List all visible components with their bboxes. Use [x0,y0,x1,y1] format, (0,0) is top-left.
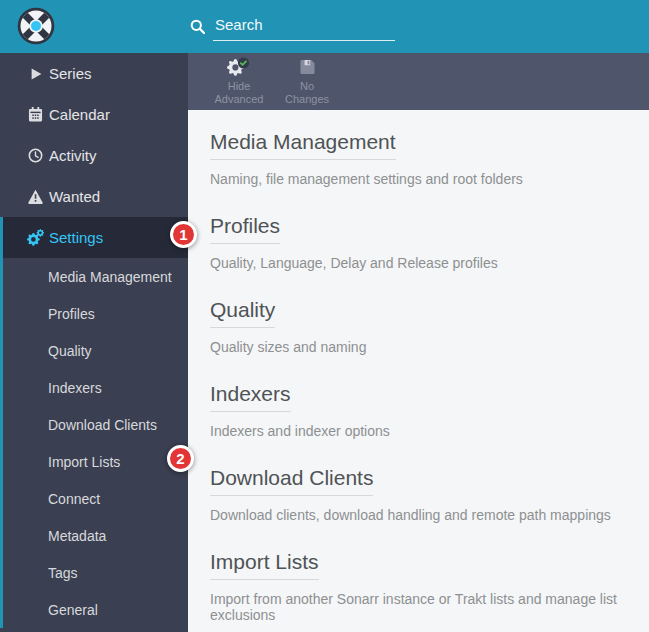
warning-icon [27,188,44,205]
sidebar-subitem-profiles[interactable]: Profiles [3,295,188,332]
section-description: Quality, Language, Delay and Release pro… [210,255,649,271]
annotation-badge-2: 2 [167,445,194,472]
main-area: Hide Advanced No Changes Media Managemen… [188,53,649,632]
toolbar-label-line: Hide [228,80,251,93]
sidebar-item-label: Activity [49,147,97,164]
section-description: Download clients, download handling and … [210,507,649,523]
sidebar-subitem-general[interactable]: General [3,591,188,628]
section-link-quality[interactable]: Quality [210,298,275,328]
search-input[interactable] [213,14,395,41]
no-changes-button[interactable]: No Changes [280,57,334,106]
section-link-indexers[interactable]: Indexers [210,382,291,412]
search-icon [190,19,206,39]
sidebar-item-calendar[interactable]: Calendar [0,94,188,135]
sidebar-item-label: Settings [49,229,103,246]
sidebar-subitem-quality[interactable]: Quality [3,332,188,369]
play-icon [27,65,44,82]
sidebar-item-series[interactable]: Series [0,53,188,94]
sidebar-subitem-metadata[interactable]: Metadata [3,517,188,554]
settings-section-profiles: Profiles Quality, Language, Delay and Re… [210,214,649,271]
settings-toolbar: Hide Advanced No Changes [188,53,649,110]
sidebar-subitem-import-lists[interactable]: Import Lists [3,443,188,480]
advanced-check-icon [227,57,251,77]
toolbar-label-line: No [300,80,314,93]
gears-icon [27,229,44,246]
sidebar-item-label: Series [49,65,92,82]
section-link-profiles[interactable]: Profiles [210,214,280,244]
sidebar-subitem-media-management[interactable]: Media Management [3,258,188,295]
settings-section-download-clients: Download Clients Download clients, downl… [210,466,649,523]
settings-submenu: Media Management Profiles Quality Indexe… [0,258,188,628]
calendar-icon [27,106,44,123]
sonarr-logo[interactable] [17,7,55,45]
sidebar-item-settings[interactable]: Settings [0,217,188,258]
sidebar: Series Calendar Activi [0,53,188,632]
section-link-import-lists[interactable]: Import Lists [210,550,319,580]
settings-section-quality: Quality Quality sizes and naming [210,298,649,355]
hide-advanced-button[interactable]: Hide Advanced [212,57,266,106]
search-bar [190,14,395,41]
section-link-download-clients[interactable]: Download Clients [210,466,373,496]
sidebar-item-wanted[interactable]: Wanted [0,176,188,217]
sidebar-subitem-download-clients[interactable]: Download Clients [3,406,188,443]
settings-section-indexers: Indexers Indexers and indexer options [210,382,649,439]
settings-overview: Media Management Naming, file management… [188,110,649,623]
settings-section-media-management: Media Management Naming, file management… [210,130,649,187]
annotation-badge-1: 1 [170,221,197,248]
sidebar-item-label: Wanted [49,188,100,205]
save-icon [299,57,316,77]
toolbar-label-line: Advanced [215,93,264,106]
sidebar-subitem-connect[interactable]: Connect [3,480,188,517]
section-description: Naming, file management settings and roo… [210,171,649,187]
section-description: Indexers and indexer options [210,423,649,439]
settings-section-import-lists: Import Lists Import from another Sonarr … [210,550,649,623]
section-description: Import from another Sonarr instance or T… [210,591,649,623]
section-description: Quality sizes and naming [210,339,649,355]
sidebar-subitem-indexers[interactable]: Indexers [3,369,188,406]
top-bar [0,0,649,53]
sidebar-item-activity[interactable]: Activity [0,135,188,176]
section-link-media-management[interactable]: Media Management [210,130,396,160]
sidebar-item-label: Calendar [49,106,110,123]
clock-icon [27,147,44,164]
toolbar-label-line: Changes [285,93,329,106]
sidebar-subitem-tags[interactable]: Tags [3,554,188,591]
